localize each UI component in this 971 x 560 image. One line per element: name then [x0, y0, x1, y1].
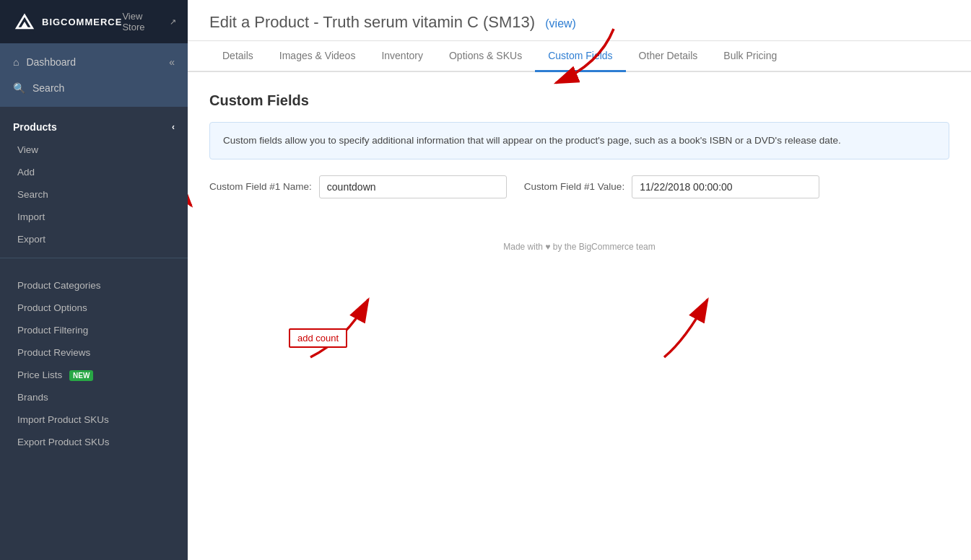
new-badge: NEW — [69, 370, 93, 381]
tab-inventory[interactable]: Inventory — [368, 41, 436, 72]
tab-images-videos[interactable]: Images & Videos — [266, 41, 369, 72]
other-links-section: Product Categories Product Options Produ… — [0, 266, 188, 453]
tab-other-details[interactable]: Other Details — [626, 41, 711, 72]
sidebar-nav-top: ⌂ Dashboard « 🔍 Search — [0, 43, 188, 107]
bigcommerce-logo-icon — [12, 9, 38, 35]
field1-value-label: Custom Field #1 Value: — [524, 181, 624, 192]
footer-text: Made with ♥ by the BigCommerce team — [209, 242, 949, 252]
tab-options-skus[interactable]: Options & SKUs — [436, 41, 535, 72]
field1-name-label: Custom Field #1 Name: — [209, 181, 312, 192]
sidebar-item-search[interactable]: 🔍 Search — [0, 75, 188, 101]
sidebar-link-export-product-skus[interactable]: Export Product SKUs — [0, 431, 188, 453]
add-count-annotation: add count — [289, 328, 347, 348]
field1-name-input[interactable] — [319, 175, 507, 198]
custom-fields-section-title: Custom Fields — [209, 92, 949, 109]
sidebar-header: BIGCOMMERCE View Store ↗ — [0, 0, 188, 43]
custom-fields-info-box: Custom fields allow you to specify addit… — [209, 122, 949, 159]
collapse-sidebar-button[interactable]: « — [169, 56, 175, 68]
sidebar-link-product-options[interactable]: Product Options — [0, 297, 188, 319]
chevron-left-icon: ‹ — [172, 122, 175, 132]
tab-details[interactable]: Details — [209, 41, 266, 72]
sidebar-link-add[interactable]: Add — [0, 161, 188, 183]
page-title: Edit a Product - Truth serum vitamin C (… — [209, 13, 949, 32]
sidebar-link-price-lists[interactable]: Price Lists NEW — [0, 364, 188, 386]
field1-value-input[interactable] — [632, 175, 819, 198]
main-content: Edit a Product - Truth serum vitamin C (… — [188, 0, 971, 560]
tabs-bar: Details Images & Videos Inventory Option… — [188, 41, 971, 72]
sidebar-link-view[interactable]: View — [0, 139, 188, 161]
sidebar: BIGCOMMERCE View Store ↗ ⌂ Dashboard « 🔍… — [0, 0, 188, 560]
sidebar-link-search[interactable]: Search — [0, 183, 188, 206]
sidebar-link-product-filtering[interactable]: Product Filtering — [0, 319, 188, 341]
view-store-link[interactable]: View Store ↗ — [122, 11, 176, 32]
search-icon: 🔍 — [13, 82, 25, 94]
tab-custom-fields[interactable]: Custom Fields — [535, 41, 625, 72]
custom-fields-row: Custom Field #1 Name: Custom Field #1 Va… — [209, 175, 949, 198]
sidebar-link-export[interactable]: Export — [0, 228, 188, 250]
products-section-title: Products ‹ — [0, 115, 188, 139]
external-link-icon: ↗ — [170, 17, 176, 27]
sidebar-link-import[interactable]: Import — [0, 206, 188, 228]
field1-name-group: Custom Field #1 Name: — [209, 175, 507, 198]
brand-name: BIGCOMMERCE — [42, 17, 122, 27]
home-icon: ⌂ — [13, 56, 19, 68]
sidebar-link-product-categories[interactable]: Product Categories — [0, 274, 188, 297]
page-header: Edit a Product - Truth serum vitamin C (… — [188, 0, 971, 41]
logo-area: BIGCOMMERCE — [12, 9, 122, 35]
tab-bulk-pricing[interactable]: Bulk Pricing — [710, 41, 790, 72]
sidebar-link-product-reviews[interactable]: Product Reviews — [0, 341, 188, 364]
sidebar-item-dashboard[interactable]: ⌂ Dashboard « — [0, 49, 188, 75]
sidebar-link-import-product-skus[interactable]: Import Product SKUs — [0, 408, 188, 431]
sidebar-link-brands[interactable]: Brands — [0, 386, 188, 408]
field1-value-group: Custom Field #1 Value: — [524, 175, 819, 198]
page-title-view-link[interactable]: (view) — [545, 17, 576, 30]
content-area: Custom Fields Custom fields allow you to… — [188, 72, 971, 560]
products-section: Products ‹ View Add Search Import Export — [0, 107, 188, 250]
